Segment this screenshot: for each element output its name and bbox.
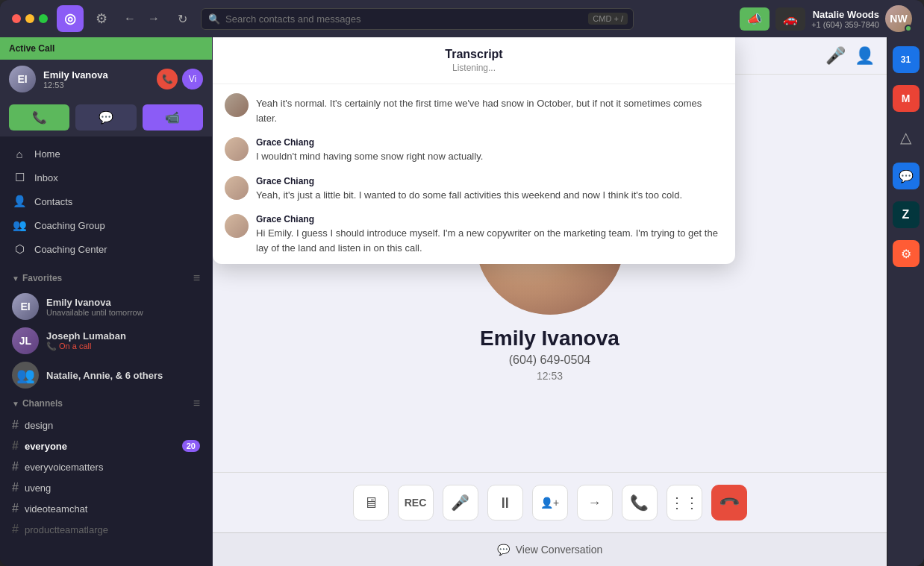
- screen-share-button[interactable]: 🖥: [353, 485, 389, 521]
- gmail-button[interactable]: M: [893, 85, 920, 112]
- channel-videoteamchat[interactable]: # videoteamchat: [0, 498, 212, 519]
- call-controls-row: 📞 💬 📹: [0, 98, 212, 136]
- favorite-joseph[interactable]: JL Joseph Lumaban 📞 On a call: [0, 324, 212, 358]
- sidebar-item-label: Contacts: [34, 196, 72, 207]
- caller-name: Emily Ivanova: [43, 69, 149, 81]
- close-dot[interactable]: [12, 14, 21, 23]
- zendesk-button[interactable]: Z: [893, 201, 920, 228]
- more-button[interactable]: ⋮⋮: [667, 485, 702, 521]
- search-input[interactable]: [201, 8, 634, 30]
- sidebar-item-label: Coaching Group: [34, 220, 105, 231]
- user-info: Natalie Woods +1 (604) 359-7840 NW: [811, 5, 912, 32]
- nav-arrows: ← →: [119, 9, 164, 28]
- reorder-icon: ≡: [193, 271, 200, 285]
- hash-icon: #: [12, 460, 19, 474]
- hold-button[interactable]: ⏸: [487, 485, 523, 521]
- settings-button[interactable]: ⚙: [93, 7, 110, 30]
- search-icon: 🔍: [208, 13, 220, 25]
- favorite-emily[interactable]: EI Emily Ivanova Unavailable until tomor…: [0, 289, 212, 324]
- msg-name: Grace Chiang: [256, 176, 723, 186]
- msg-avatar: [225, 137, 249, 161]
- sidebar-item-home[interactable]: ⌂ Home: [0, 142, 212, 166]
- coaching-center-icon: ⬡: [12, 242, 27, 256]
- call-actions: 📞 Vi: [157, 69, 203, 89]
- keypad-button[interactable]: 📞: [622, 485, 658, 521]
- transcript-title: Transcript: [225, 48, 723, 61]
- channel-name: videoteamchat: [25, 503, 200, 515]
- view-conversation-button[interactable]: 💬 View Conversation: [497, 544, 602, 556]
- person-button[interactable]: 👤: [855, 46, 875, 66]
- msg-name: Grace Chiang: [256, 214, 723, 224]
- channels-reorder-icon: ≡: [193, 397, 200, 410]
- search-bar: 🔍 CMD + /: [201, 8, 634, 30]
- hash-icon: #: [12, 439, 19, 453]
- msg-content: Grace Chiang Yeah, it's just a little bi…: [256, 176, 723, 203]
- msg-text: Yeah, it's just a little bit. I wanted t…: [256, 188, 723, 203]
- group-avatar: 👥: [12, 362, 39, 389]
- video-call-button[interactable]: Vi: [182, 69, 203, 89]
- msg-name: Grace Chiang: [256, 137, 723, 148]
- emily-avatar: EI: [12, 293, 39, 320]
- channels-label: Channels: [22, 398, 63, 409]
- chat-icon: 💬: [497, 544, 510, 556]
- channel-everyone[interactable]: # everyone 20: [0, 435, 212, 456]
- hubspot-button[interactable]: ⚙: [893, 240, 920, 267]
- online-indicator: [905, 25, 912, 32]
- phone-status-button[interactable]: 🚗: [775, 7, 805, 31]
- sidebar-item-contacts[interactable]: 👤 Contacts: [0, 189, 212, 213]
- transcript-message: Yeah it's normal. It's certainly not the…: [225, 93, 723, 125]
- channel-productteamatlarge[interactable]: # productteamatlarge: [0, 519, 212, 540]
- transcript-message: Grace Chiang Yeah, it's just a little bi…: [225, 176, 723, 203]
- msg-content: Yeah it's normal. It's certainly not the…: [256, 93, 723, 125]
- coaching-group-icon: 👥: [12, 218, 27, 232]
- call-user-row: EI Emily Ivanova 12:53 📞 Vi: [0, 60, 212, 98]
- transcript-message: Grace Chiang Hi Emily. I guess I should …: [225, 214, 723, 255]
- channels-section-header[interactable]: ▼ Channels ≡: [0, 392, 212, 415]
- transfer-button[interactable]: →: [577, 485, 613, 521]
- avatar[interactable]: NW: [885, 5, 912, 32]
- end-call-button[interactable]: 📞: [157, 69, 178, 89]
- channel-name: uveng: [25, 482, 200, 494]
- video-ctrl-button[interactable]: 📹: [143, 104, 203, 131]
- emily-name: Emily Ivanova: [46, 297, 143, 308]
- sidebar: Active Call EI Emily Ivanova 12:53 📞 Vi …: [0, 37, 213, 566]
- user-name: Natalie Woods: [811, 9, 879, 20]
- channel-name: design: [25, 420, 200, 431]
- inbox-icon: ☐: [12, 171, 27, 184]
- joseph-avatar: JL: [12, 327, 39, 354]
- drive-button[interactable]: △: [893, 124, 920, 151]
- microphone-button[interactable]: 🎤: [825, 46, 846, 66]
- msg-content: Grace Chiang I wouldn't mind having some…: [256, 137, 723, 164]
- back-button[interactable]: ←: [119, 9, 140, 28]
- sidebar-item-label: Coaching Center: [34, 244, 107, 255]
- record-button[interactable]: REC: [398, 485, 434, 521]
- end-call-button[interactable]: 📞: [711, 485, 747, 521]
- forward-button[interactable]: →: [143, 9, 164, 28]
- sidebar-item-coaching-group[interactable]: 👥 Coaching Group: [0, 213, 212, 237]
- channel-everyvoicematters[interactable]: # everyvoicematters: [0, 456, 212, 477]
- active-call-label: Active Call: [9, 43, 54, 54]
- channel-uveng[interactable]: # uveng: [0, 477, 212, 498]
- joseph-name: Joseph Lumaban: [46, 330, 126, 342]
- channel-name: everyvoicematters: [25, 462, 200, 473]
- refresh-button[interactable]: ↻: [173, 9, 192, 29]
- maximize-dot[interactable]: [39, 14, 48, 23]
- minimize-dot[interactable]: [25, 14, 34, 23]
- calendar-button[interactable]: 31: [893, 46, 920, 73]
- chat-button[interactable]: 💬: [893, 163, 920, 189]
- favorites-section-header[interactable]: ▼ Favorites ≡: [0, 267, 212, 289]
- audio-ctrl-button[interactable]: 📞: [9, 104, 69, 131]
- msg-text: I wouldn't mind having some snow right n…: [256, 149, 723, 164]
- add-participant-button[interactable]: 👤+: [532, 485, 568, 521]
- sidebar-item-inbox[interactable]: ☐ Inbox: [0, 166, 212, 189]
- broadcast-button[interactable]: 📣: [740, 7, 770, 31]
- search-shortcut: CMD + /: [588, 13, 628, 25]
- view-conversation-label: View Conversation: [516, 544, 602, 556]
- sidebar-item-label: Home: [34, 148, 60, 160]
- msg-text: Hi Emily. I guess I should introduce mys…: [256, 226, 723, 255]
- sidebar-item-coaching-center[interactable]: ⬡ Coaching Center: [0, 237, 212, 261]
- mute-button[interactable]: 🎤: [443, 485, 478, 521]
- message-ctrl-button[interactable]: 💬: [75, 104, 136, 131]
- channel-design[interactable]: # design: [0, 415, 212, 435]
- favorite-group[interactable]: 👥 Natalie, Annie, & 6 others: [0, 358, 212, 392]
